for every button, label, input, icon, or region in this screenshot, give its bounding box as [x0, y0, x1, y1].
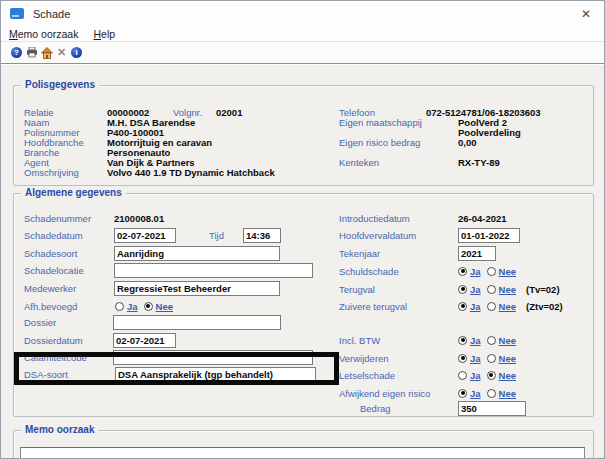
afh-bevoegd-ja-label[interactable]: Ja: [127, 299, 138, 314]
row-afh-bevoegd: Afh.bevoegd Ja Nee: [24, 298, 173, 314]
polisgegevens-group: Polisgegevens Relatie00000002Volgnr.0200…: [13, 85, 594, 186]
eigen-risico-bedrag-value: 0,00: [458, 138, 477, 148]
omschrijving-value: Volvo 440 1.9 TD Dynamic Hatchback: [107, 168, 275, 178]
menu-memo-oorzaak[interactable]: Memo oorzaak: [9, 28, 78, 40]
row-incl-btw: Incl. BTW Ja Nee: [339, 332, 516, 348]
row-schadesoort: Schadesoort: [24, 245, 280, 261]
help-icon[interactable]: ?: [10, 46, 23, 59]
incl-btw-ja-radio[interactable]: [458, 336, 467, 345]
schadesoort-input[interactable]: [114, 246, 280, 261]
incl-btw-ja-label[interactable]: Ja: [470, 333, 481, 348]
zuivere-terugval-ja-radio[interactable]: [458, 302, 467, 311]
dossierdatum-label: Dossierdatum: [24, 333, 113, 348]
afh-bevoegd-nee-label[interactable]: Nee: [156, 299, 173, 314]
schadenummer-value: 2100008.01: [114, 211, 164, 226]
dossier-input[interactable]: [113, 315, 281, 330]
verwijderen-ja-label[interactable]: Ja: [470, 351, 481, 366]
info-icon[interactable]: i: [70, 46, 83, 59]
row-bedrag: Bedrag: [339, 400, 526, 416]
letselschade-nee-radio[interactable]: [487, 371, 496, 380]
schadedatum-label: Schadedatum: [24, 228, 114, 243]
schuldschade-label: Schuldschade: [339, 264, 458, 279]
row-hoofdvervaldatum: Hoofdvervaldatum: [339, 227, 520, 243]
window-close-button[interactable]: ✕: [577, 5, 595, 23]
terugval-ja-radio[interactable]: [458, 285, 467, 294]
schadelocatie-label: Schadelocatie: [24, 263, 114, 278]
schadenummer-label: Schadenummer: [24, 211, 114, 226]
verwijderen-label: Verwijderen: [339, 351, 458, 366]
incl-btw-nee-radio[interactable]: [487, 336, 496, 345]
medewerker-label: Medewerker: [24, 281, 114, 296]
zuivere-terugval-nee-radio[interactable]: [487, 302, 496, 311]
schuldschade-nee-radio[interactable]: [487, 267, 496, 276]
polis-row-omschrijving: OmschrijvingVolvo 440 1.9 TD Dynamic Hat…: [24, 168, 275, 178]
letselschade-ja-label[interactable]: Ja: [470, 368, 481, 383]
zuivere-terugval-ja-label[interactable]: Ja: [470, 299, 481, 314]
bedrag-label: Bedrag: [339, 401, 458, 416]
afh-bevoegd-label: Afh.bevoegd: [24, 299, 115, 314]
row-calamiteitcode: Calamiteitcode: [24, 349, 313, 365]
row-dsa-soort: DSA-soort: [24, 366, 316, 382]
hoofdvervaldatum-input[interactable]: [458, 228, 520, 243]
introductiedatum-value: 26-04-2021: [458, 211, 507, 226]
terugval-ja-label[interactable]: Ja: [470, 282, 481, 297]
dsa-soort-label: DSA-soort: [24, 367, 115, 382]
row-schadedatum: Schadedatum Tijd: [24, 227, 281, 243]
home-icon[interactable]: [40, 46, 53, 59]
afwijkend-eigen-risico-nee-radio[interactable]: [487, 389, 496, 398]
row-zuivere-terugval: Zuivere terugval Ja Nee (Ztv=02): [339, 298, 563, 314]
medewerker-input[interactable]: [114, 281, 280, 296]
afwijkend-eigen-risico-ja-label[interactable]: Ja: [470, 386, 481, 401]
verwijderen-ja-radio[interactable]: [458, 354, 467, 363]
row-tekenjaar: Tekenjaar: [339, 245, 496, 261]
terugval-label: Terugval: [339, 282, 458, 297]
letselschade-nee-label[interactable]: Nee: [499, 368, 516, 383]
memo-oorzaak-textarea[interactable]: [20, 447, 585, 459]
terugval-nee-label[interactable]: Nee: [499, 282, 516, 297]
afh-bevoegd-ja-radio[interactable]: [115, 302, 124, 311]
hoofdvervaldatum-label: Hoofdvervaldatum: [339, 228, 458, 243]
schuldschade-ja-radio[interactable]: [458, 267, 467, 276]
afh-bevoegd-nee-radio[interactable]: [144, 302, 153, 311]
schade-window: Schade ✕ Memo oorzaak Help ? ✕: [0, 0, 605, 459]
row-letselschade: Letselschade Ja Nee: [339, 367, 516, 383]
incl-btw-nee-label[interactable]: Nee: [499, 333, 516, 348]
schadesoort-label: Schadesoort: [24, 246, 114, 261]
tekenjaar-input[interactable]: [458, 246, 496, 261]
schadelocatie-input[interactable]: [114, 263, 313, 278]
menu-help[interactable]: Help: [93, 28, 115, 40]
calamiteitcode-label: Calamiteitcode: [24, 350, 113, 365]
polis-row-kenteken: KentekenRX-TY-89: [339, 158, 500, 168]
calamiteitcode-input[interactable]: [113, 350, 313, 365]
afwijkend-eigen-risico-nee-label[interactable]: Nee: [499, 386, 516, 401]
letselschade-ja-radio[interactable]: [458, 371, 467, 380]
row-terugval: Terugval Ja Nee (Tv=02): [339, 281, 560, 297]
titlebar: Schade ✕: [1, 1, 604, 26]
delete-icon[interactable]: ✕: [55, 46, 68, 59]
row-medewerker: Medewerker: [24, 280, 280, 296]
print-icon[interactable]: [25, 46, 38, 59]
schadedatum-input[interactable]: [114, 228, 176, 243]
algemene-gegevens-group-title: Algemene gegevens: [21, 187, 126, 199]
polis-row-eigen-risico-bedrag: Eigen risico bedrag0,00: [339, 138, 477, 148]
schuldschade-nee-label[interactable]: Nee: [499, 264, 516, 279]
terugval-nee-radio[interactable]: [487, 285, 496, 294]
afwijkend-eigen-risico-label: Afwijkend eigen risico: [339, 386, 458, 401]
dsa-soort-input[interactable]: [115, 367, 316, 382]
tekenjaar-label: Tekenjaar: [339, 246, 458, 261]
bedrag-input[interactable]: [458, 401, 526, 416]
row-afwijkend-eigen-risico: Afwijkend eigen risico Ja Nee: [339, 385, 516, 401]
zuivere-terugval-nee-label[interactable]: Nee: [499, 299, 516, 314]
incl-btw-label: Incl. BTW: [339, 333, 458, 348]
verwijderen-nee-label[interactable]: Nee: [499, 351, 516, 366]
dossierdatum-input[interactable]: [113, 333, 176, 348]
row-dossierdatum: Dossierdatum: [24, 332, 176, 348]
dossier-label: Dossier: [24, 315, 113, 330]
verwijderen-nee-radio[interactable]: [487, 354, 496, 363]
tijd-input[interactable]: [243, 228, 281, 243]
introductiedatum-label: Introductiedatum: [339, 211, 458, 226]
schuldschade-ja-label[interactable]: Ja: [470, 264, 481, 279]
memo-oorzaak-group: Memo oorzaak: [13, 430, 594, 459]
afwijkend-eigen-risico-ja-radio[interactable]: [458, 389, 467, 398]
row-schadelocatie: Schadelocatie: [24, 262, 313, 278]
